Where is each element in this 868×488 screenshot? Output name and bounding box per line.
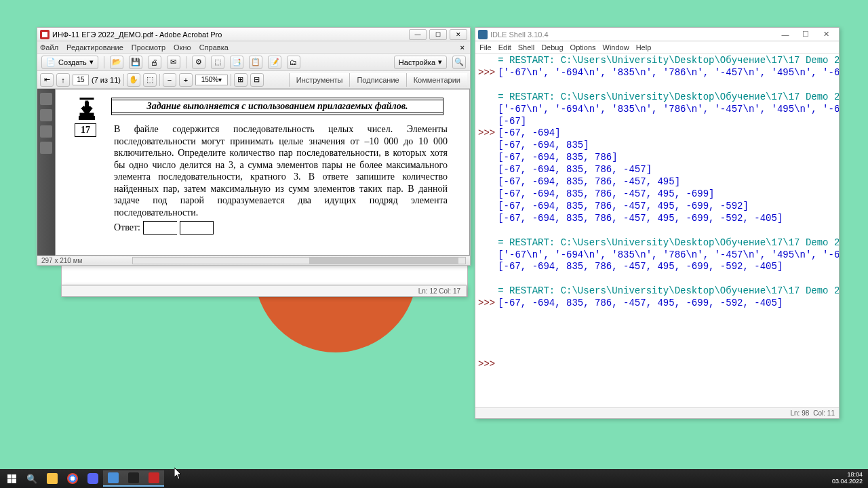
acrobat-menubar: Файл Редактирование Просмотр Окно Справк…: [37, 41, 470, 54]
create-button[interactable]: 📄 Создать ▾: [41, 56, 98, 69]
taskbar: 🔍 18:04 03.04.2022: [0, 469, 868, 488]
idle-output-text: = RESTART: C:\Users\University\Desktop\О…: [498, 54, 839, 407]
idle-output[interactable]: >>> >>> >>> >>> >>> = RESTART: C:\Users\…: [475, 54, 839, 407]
acrobat-title: ИНФ-11 ЕГЭ 2022_ДЕМО.pdf - Adobe Acrobat…: [52, 30, 222, 39]
tool-icon-4[interactable]: 📋: [249, 56, 262, 69]
zoom-in-icon[interactable]: +: [179, 73, 193, 87]
menu-file[interactable]: Файл: [40, 43, 58, 52]
tab-comments[interactable]: Комментарии: [406, 73, 467, 87]
settings-button[interactable]: Настройка ▾: [394, 56, 447, 69]
signatures-icon[interactable]: [40, 142, 52, 154]
tool-icon-5[interactable]: 📝: [268, 56, 281, 69]
system-tray[interactable]: 18:04 03.04.2022: [828, 472, 867, 485]
menu-view[interactable]: Просмотр: [132, 43, 165, 52]
idle-menu-window[interactable]: Window: [603, 43, 629, 52]
answer-box-2: [180, 221, 214, 235]
idle-window: IDLE Shell 3.10.4 — ☐ ✕ File Edit Shell …: [475, 27, 840, 419]
select-tool-icon[interactable]: ⬚: [143, 73, 157, 87]
zoom-out-icon[interactable]: −: [163, 73, 176, 87]
fit-icon-2[interactable]: ⊟: [250, 73, 264, 87]
idle-menu-shell[interactable]: Shell: [518, 43, 534, 52]
answer-label: Ответ:: [114, 222, 140, 233]
open-icon[interactable]: 📂: [110, 56, 123, 69]
chrome-icon[interactable]: [62, 470, 83, 487]
idle-menu-debug[interactable]: Debug: [541, 43, 563, 52]
acrobat-window: ИНФ-11 ЕГЭ 2022_ДЕМО.pdf - Adobe Acrobat…: [37, 27, 471, 266]
zoom-select[interactable]: 150%▾: [195, 75, 228, 85]
idle-menu-help[interactable]: Help: [636, 43, 652, 52]
tray-date: 03.04.2022: [832, 479, 863, 485]
acrobat-titlebar[interactable]: ИНФ-11 ЕГЭ 2022_ДЕМО.pdf - Adobe Acrobat…: [37, 28, 470, 41]
task-text: В файле содержится последовательность це…: [114, 123, 448, 218]
print-icon[interactable]: 🖨: [148, 56, 161, 69]
idle-close-button[interactable]: ✕: [816, 28, 836, 41]
page-total: (7 из 11): [92, 76, 121, 84]
python-icon: [478, 30, 488, 39]
close-button[interactable]: ✕: [450, 29, 467, 40]
idle-maximize-button[interactable]: ☐: [795, 28, 816, 41]
idle-menubar: File Edit Shell Debug Options Window Hel…: [475, 41, 839, 54]
fit-icon[interactable]: ⊞: [234, 73, 248, 87]
horizontal-scrollbar[interactable]: [132, 257, 466, 264]
thumbnails-icon[interactable]: [40, 93, 52, 105]
idle-minimize-button[interactable]: —: [775, 28, 795, 41]
app-icon-1[interactable]: [103, 470, 123, 487]
idle-status-ln: Ln: 98: [791, 409, 810, 417]
acrobat-taskbar-icon[interactable]: [144, 470, 164, 487]
mouse-cursor: [174, 468, 182, 480]
pdf-icon: [40, 30, 50, 39]
tool-icon-6[interactable]: 🗂: [287, 56, 300, 69]
svg-rect-1: [80, 113, 94, 117]
idle-statusbar: Ln: 98 Col: 11: [475, 407, 839, 418]
minimize-button[interactable]: —: [409, 29, 427, 40]
task-header-text: Задание выполняется с использованием при…: [112, 100, 443, 113]
pdf-page[interactable]: Задание выполняется с использованием при…: [55, 89, 470, 256]
menu-help[interactable]: Справка: [199, 43, 229, 52]
answer-row: Ответ:: [114, 221, 214, 235]
tool-icon[interactable]: ⚙: [192, 56, 205, 69]
acrobat-sidebar: [37, 89, 55, 256]
task-header-box: Задание выполняется с использованием при…: [111, 98, 443, 115]
idle-prompt-gutter: >>> >>> >>> >>> >>>: [475, 54, 498, 407]
menu-edit[interactable]: Редактирование: [66, 43, 123, 52]
tool-icon-2[interactable]: ⬚: [211, 56, 224, 69]
download-icon: [75, 98, 99, 122]
page-first-icon[interactable]: ⇤: [40, 73, 54, 87]
menu-window[interactable]: Окно: [174, 43, 191, 52]
explorer-icon[interactable]: [42, 470, 62, 487]
app-icon-2[interactable]: [123, 470, 144, 487]
idle-menu-file[interactable]: File: [479, 43, 492, 52]
idle-menu-options[interactable]: Options: [570, 43, 596, 52]
hand-tool-icon[interactable]: ✋: [127, 73, 140, 87]
page-up-icon[interactable]: ↑: [56, 73, 70, 87]
acrobat-sub-status: Ln: 12 Col: 17: [61, 285, 467, 297]
start-button[interactable]: [1, 470, 22, 487]
mail-icon[interactable]: ✉: [167, 56, 180, 69]
ln-col-status: Ln: 12 Col: 17: [418, 287, 460, 295]
search-button[interactable]: 🔍: [22, 470, 42, 487]
idle-titlebar[interactable]: IDLE Shell 3.10.4 — ☐ ✕: [475, 28, 839, 41]
acrobat-toolbar-2: ⇤ ↑ (7 из 11) ✋ ⬚ − + 150%▾ ⊞ ⊟ Инструме…: [37, 71, 470, 89]
tool-icon-3[interactable]: 📑: [230, 56, 243, 69]
idle-menu-edit[interactable]: Edit: [498, 43, 511, 52]
menu-close-x[interactable]: ×: [458, 43, 467, 52]
tab-sign[interactable]: Подписание: [349, 73, 406, 87]
bookmarks-icon[interactable]: [40, 109, 52, 121]
attachments-icon[interactable]: [40, 125, 52, 138]
answer-box-1: [143, 221, 177, 235]
idle-status-col: Col: 11: [813, 409, 835, 417]
tab-tools[interactable]: Инструменты: [289, 73, 350, 87]
acrobat-toolbar-1: 📄 Создать ▾ 📂 💾 🖨 ✉ ⚙ ⬚ 📑 📋 📝 🗂 Настройк…: [37, 54, 470, 71]
save-icon[interactable]: 💾: [129, 56, 142, 69]
svg-rect-0: [79, 116, 95, 120]
acrobat-statusbar: 297 x 210 мм: [37, 256, 470, 265]
idle-title: IDLE Shell 3.10.4: [490, 30, 549, 39]
page-dimensions: 297 x 210 мм: [41, 257, 82, 264]
discord-icon[interactable]: [83, 470, 103, 487]
page-number-input[interactable]: [73, 75, 89, 85]
search-icon[interactable]: 🔍: [452, 56, 466, 69]
maximize-button[interactable]: ☐: [429, 29, 447, 40]
task-number: 17: [75, 123, 96, 137]
